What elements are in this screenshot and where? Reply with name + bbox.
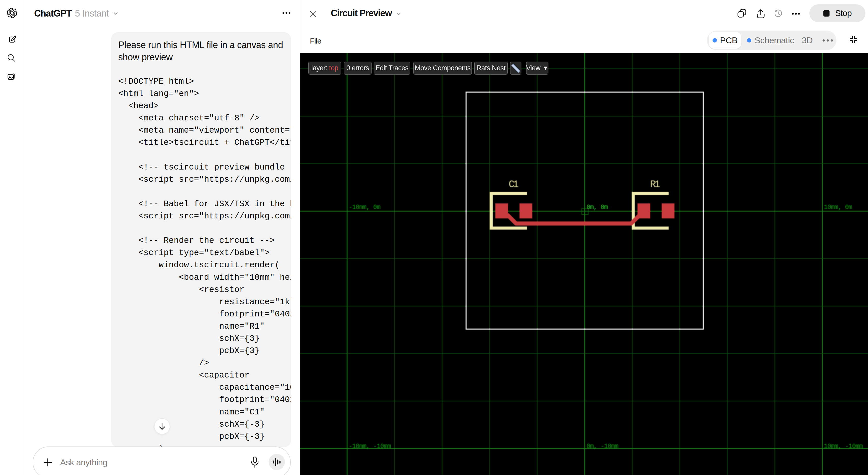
- svg-text:0m, -10mm: 0m, -10mm: [587, 443, 618, 450]
- svg-text:-10mm, 0m: -10mm, 0m: [349, 204, 380, 211]
- svg-text:-10mm, -10mm: -10mm, -10mm: [349, 443, 391, 450]
- svg-text:10mm, 0m: 10mm, 0m: [824, 204, 852, 211]
- svg-text:C1: C1: [509, 179, 518, 190]
- svg-text:0m, 0m: 0m, 0m: [587, 204, 608, 211]
- svg-text:10mm, -10mm: 10mm, -10mm: [824, 443, 863, 450]
- svg-text:R1: R1: [650, 179, 660, 190]
